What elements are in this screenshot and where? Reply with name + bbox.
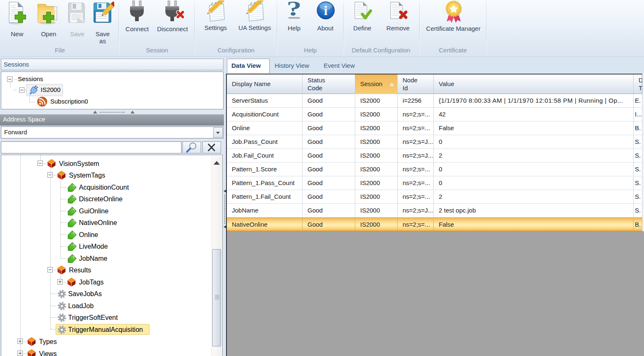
svg-text:i: i bbox=[324, 3, 328, 18]
